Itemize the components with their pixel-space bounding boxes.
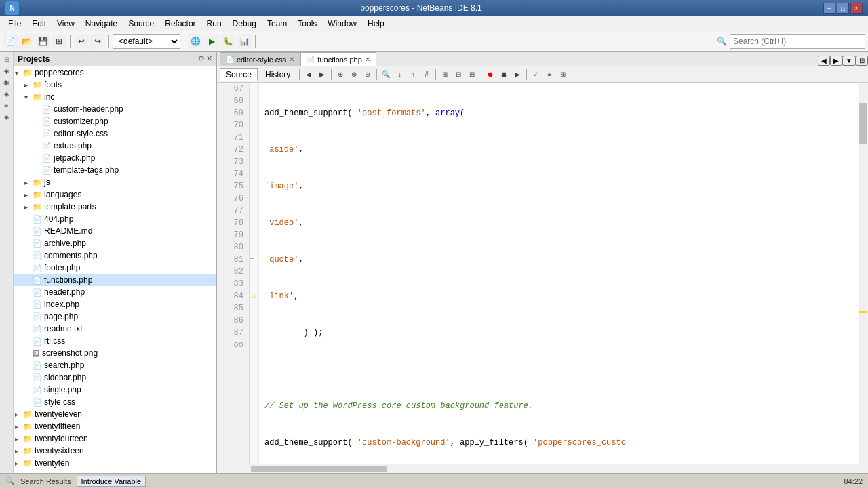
- tree-item-header[interactable]: 📄 header.php: [14, 286, 216, 298]
- tree-item-customizer[interactable]: 📄 customizer.php: [14, 115, 216, 127]
- menu-help[interactable]: Help: [362, 18, 390, 30]
- tree-item-rtl[interactable]: 📄 rtl.css: [14, 335, 216, 347]
- ed-btn-diff1[interactable]: ⊞: [439, 68, 451, 81]
- ed-btn-next-error[interactable]: ↓: [393, 68, 406, 81]
- sidebar-icon-1[interactable]: ⊞: [3, 54, 11, 64]
- ed-btn-prev-bookmark[interactable]: ⊖: [361, 68, 374, 81]
- h-scrollbar[interactable]: [217, 464, 868, 473]
- ed-btn-back[interactable]: ◀: [302, 68, 315, 81]
- tree-item-editor-style[interactable]: 📄 editor-style.css: [14, 127, 216, 140]
- tree-item-custom-header[interactable]: 📄 custom-header.php: [14, 103, 216, 115]
- menu-refactor[interactable]: Refactor: [159, 18, 201, 30]
- tree-arrow-twentyeleven[interactable]: ▸: [15, 411, 23, 418]
- tree-arrow-inc[interactable]: ▾: [24, 94, 33, 101]
- tree-item-twentysixteen[interactable]: ▸ 📁 twentysixteen: [14, 445, 216, 457]
- tree-item-extras[interactable]: 📄 extras.php: [14, 140, 216, 152]
- ed-btn-expand[interactable]: ⊞: [557, 68, 569, 81]
- code-content[interactable]: add_theme_support( 'post-formats', array…: [259, 83, 859, 464]
- tree-item-twentyeleven[interactable]: ▸ 📁 twentyeleven: [14, 408, 216, 420]
- tree-arrow-popperscores[interactable]: ▾: [15, 69, 23, 77]
- tab-menu-button[interactable]: ▼: [842, 56, 856, 66]
- menu-source[interactable]: Source: [123, 18, 159, 30]
- ed-btn-record[interactable]: ⏺: [484, 68, 496, 81]
- minimize-button[interactable]: −: [823, 3, 835, 14]
- tree-item-archive[interactable]: 📄 archive.php: [14, 237, 216, 249]
- menu-tools[interactable]: Tools: [292, 18, 322, 30]
- tree-item-inc[interactable]: ▾ 📁 inc: [14, 91, 216, 103]
- ed-btn-tasks[interactable]: ✓: [530, 68, 542, 81]
- tree-item-footer[interactable]: 📄 footer.php: [14, 262, 216, 274]
- tree-item-languages[interactable]: ▸ 📁 languages: [14, 188, 216, 201]
- redo-button[interactable]: ↪: [90, 34, 105, 49]
- source-tab[interactable]: Source: [220, 68, 258, 81]
- ed-btn-diff2[interactable]: ⊟: [452, 68, 465, 81]
- code-area[interactable]: 67 68 69 70 71 72 73 74 75 76 77 78 79 8…: [217, 83, 868, 464]
- tab-close-functions[interactable]: ✕: [365, 56, 370, 63]
- tab-close-editor-style[interactable]: ✕: [289, 56, 294, 63]
- ed-btn-toggle-bookmark[interactable]: ⊕: [334, 68, 347, 81]
- tree-item-functions[interactable]: 📄 functions.php: [14, 274, 216, 286]
- new-file-button[interactable]: 📄: [3, 34, 18, 49]
- profile-button[interactable]: 📊: [237, 34, 252, 49]
- tab-maximize-button[interactable]: ⊡: [856, 56, 868, 66]
- tree-item-comments[interactable]: 📄 comments.php: [14, 249, 216, 262]
- tree-item-jetpack[interactable]: 📄 jetpack.php: [14, 152, 216, 164]
- tab-prev-button[interactable]: ◀: [818, 56, 830, 66]
- tree-item-sidebar[interactable]: 📄 sidebar.php: [14, 371, 216, 384]
- sidebar-icon-6[interactable]: ◈: [3, 112, 11, 122]
- run-button[interactable]: ▶: [204, 34, 219, 49]
- tree-item-readme-txt[interactable]: 📄 readme.txt: [14, 323, 216, 335]
- global-search-input[interactable]: [730, 34, 865, 49]
- projects-sync-button[interactable]: ⟳: [199, 54, 205, 63]
- tree-item-index[interactable]: 📄 index.php: [14, 298, 216, 310]
- introduce-variable-button[interactable]: Introduce Variable: [77, 476, 146, 487]
- tree-item-fonts[interactable]: ▸ 📁 fonts: [14, 79, 216, 91]
- tab-editor-style[interactable]: 📄 editor-style.css ✕: [220, 52, 300, 66]
- tree-arrow-template-parts[interactable]: ▸: [24, 203, 33, 211]
- menu-edit[interactable]: Edit: [26, 18, 52, 30]
- tab-functions-php[interactable]: 📄 functions.php ✕: [300, 52, 376, 66]
- sidebar-icon-4[interactable]: ◈: [3, 89, 11, 99]
- tree-item-twentyten[interactable]: ▸ 📁 twentyten: [14, 457, 216, 469]
- tree-item-template-parts[interactable]: ▸ 📁 template-parts: [14, 201, 216, 213]
- menu-navigate[interactable]: Navigate: [80, 18, 123, 30]
- sidebar-icon-5[interactable]: ≡: [3, 100, 10, 110]
- menu-window[interactable]: Window: [322, 18, 362, 30]
- tree-item-search[interactable]: 📄 search.php: [14, 359, 216, 371]
- tree-item-template-tags[interactable]: 📄 template-tags.php: [14, 164, 216, 176]
- configuration-dropdown[interactable]: <default>: [113, 34, 180, 49]
- search-results-tab[interactable]: Search Results: [20, 477, 71, 485]
- ed-btn-toggle-linenum[interactable]: #: [420, 68, 433, 81]
- save-button[interactable]: 💾: [35, 34, 50, 49]
- menu-view[interactable]: View: [52, 18, 80, 30]
- menu-file[interactable]: File: [3, 18, 26, 30]
- ed-btn-stop[interactable]: ⏹: [498, 68, 510, 81]
- ed-btn-diff-sidebar[interactable]: ≡: [543, 68, 555, 81]
- scrollbar-thumb[interactable]: [859, 103, 867, 144]
- history-tab[interactable]: History: [259, 68, 296, 81]
- tree-item-screenshot[interactable]: 🖼 screenshot.png: [14, 347, 216, 359]
- tree-item-js[interactable]: ▸ 📁 js: [14, 176, 216, 188]
- sidebar-icon-2[interactable]: ◈: [3, 66, 11, 76]
- open-button[interactable]: 📂: [19, 34, 34, 49]
- tree-item-twentyfourteen[interactable]: ▸ 📁 twentyfourteen: [14, 432, 216, 445]
- maximize-button[interactable]: □: [837, 3, 849, 14]
- tree-arrow-js[interactable]: ▸: [24, 179, 33, 186]
- tab-next-button[interactable]: ▶: [830, 56, 842, 66]
- h-scrollbar-thumb[interactable]: [251, 466, 387, 472]
- tree-item-readme-md[interactable]: 📄 README.md: [14, 225, 216, 237]
- close-button[interactable]: ×: [850, 3, 863, 14]
- ed-btn-diff3[interactable]: ⊠: [466, 68, 478, 81]
- undo-button[interactable]: ↩: [74, 34, 89, 49]
- projects-close-button[interactable]: ✕: [206, 54, 212, 63]
- tree-arrow-twentyten[interactable]: ▸: [15, 460, 23, 467]
- ed-btn-forward[interactable]: ▶: [316, 68, 328, 81]
- projects-tree[interactable]: ▾ 📁 popperscores ▸ 📁 fonts ▾ 📁 inc: [14, 66, 216, 473]
- tree-arrow-fonts[interactable]: ▸: [24, 81, 33, 89]
- tree-item-single[interactable]: 📄 single.php: [14, 384, 216, 396]
- tree-item-twentyfifteen[interactable]: ▸ 📁 twentyfifteen: [14, 420, 216, 432]
- menu-run[interactable]: Run: [201, 18, 227, 30]
- ed-btn-find[interactable]: 🔍: [380, 68, 392, 81]
- ed-btn-prev-error[interactable]: ↑: [407, 68, 419, 81]
- ed-btn-next-bookmark[interactable]: ⊕: [348, 68, 360, 81]
